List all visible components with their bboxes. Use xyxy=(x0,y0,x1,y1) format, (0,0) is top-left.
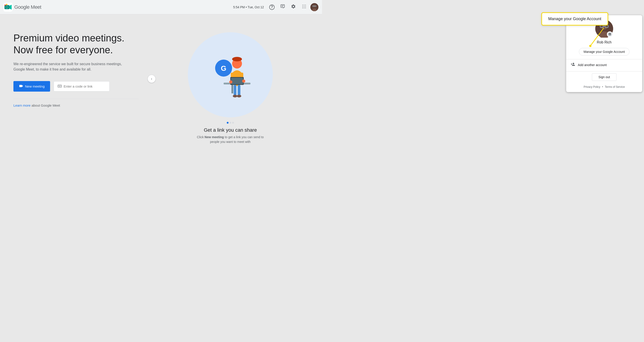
header: Google Meet 5:54 PM • Tue, Oct 12 ? xyxy=(0,0,322,14)
svg-point-51 xyxy=(242,80,245,83)
new-meeting-button[interactable]: New meeting xyxy=(14,81,50,92)
svg-rect-43 xyxy=(232,84,233,93)
header-time: 5:54 PM • Tue, Oct 12 xyxy=(233,5,264,9)
left-panel: Premium video meetings.Now free for ever… xyxy=(14,32,143,144)
subtext: We re-engineered the service we built fo… xyxy=(14,61,130,72)
svg-rect-8 xyxy=(281,5,285,8)
svg-point-15 xyxy=(302,6,303,7)
apps-icon xyxy=(302,4,306,10)
svg-point-17 xyxy=(305,6,306,7)
header-right: 5:54 PM • Tue, Oct 12 ? xyxy=(233,3,318,12)
svg-rect-33 xyxy=(59,86,60,86)
carousel-nav xyxy=(152,122,308,124)
code-input[interactable] xyxy=(64,84,104,88)
carousel-prev-button[interactable]: ‹ xyxy=(148,75,156,83)
meet-logo-icon xyxy=(4,3,12,12)
svg-point-14 xyxy=(305,5,306,5)
svg-point-18 xyxy=(302,8,303,8)
avatar xyxy=(310,3,318,11)
feedback-icon xyxy=(280,4,285,10)
slide-title: Get a link you can share xyxy=(192,127,268,133)
svg-point-20 xyxy=(305,8,306,8)
help-button[interactable]: ? xyxy=(268,3,276,12)
svg-point-13 xyxy=(304,5,304,5)
slide-caption: Get a link you can share Click New meeti… xyxy=(192,127,268,144)
svg-point-38 xyxy=(232,57,242,61)
apps-button[interactable] xyxy=(300,3,308,12)
new-meeting-label: New meeting xyxy=(25,84,45,88)
svg-point-12 xyxy=(302,5,303,5)
svg-rect-27 xyxy=(58,85,62,87)
svg-point-49 xyxy=(237,95,241,97)
arrow-left-icon: ‹ xyxy=(151,77,152,81)
svg-rect-45 xyxy=(231,78,243,84)
illustration-circle: G xyxy=(188,32,273,117)
svg-point-5 xyxy=(4,5,6,6)
right-panel: ‹ G xyxy=(152,32,308,144)
slide-desc: Click New meeting to get a link you can … xyxy=(192,135,268,144)
svg-rect-30 xyxy=(60,85,60,86)
code-input-wrapper[interactable] xyxy=(54,81,110,91)
person-illustration: G xyxy=(201,46,260,104)
settings-button[interactable] xyxy=(289,3,298,12)
svg-rect-34 xyxy=(60,86,61,86)
carousel-dot-3[interactable] xyxy=(232,122,234,124)
carousel-dot-2[interactable] xyxy=(230,122,231,124)
svg-point-6 xyxy=(6,4,8,5)
svg-point-3 xyxy=(6,7,8,8)
svg-point-50 xyxy=(229,80,232,84)
video-icon xyxy=(19,84,23,89)
svg-rect-32 xyxy=(58,86,59,86)
svg-marker-11 xyxy=(283,8,284,9)
svg-point-16 xyxy=(304,6,304,7)
help-icon: ? xyxy=(269,5,274,10)
keyboard-icon xyxy=(58,84,62,89)
carousel-dot-1[interactable] xyxy=(227,122,228,124)
main-content: Premium video meetings.Now free for ever… xyxy=(0,14,322,153)
action-row: New meeting xyxy=(14,81,143,92)
google-meet-logo: Google Meet xyxy=(4,3,41,12)
logo-text: Google Meet xyxy=(14,4,41,10)
svg-rect-31 xyxy=(60,85,61,86)
svg-text:G: G xyxy=(221,64,226,72)
svg-rect-28 xyxy=(58,85,59,86)
svg-rect-47 xyxy=(238,85,240,96)
learn-more-link[interactable]: Learn more xyxy=(14,103,31,107)
account-avatar-button[interactable] xyxy=(310,3,318,11)
feedback-button[interactable] xyxy=(278,3,287,12)
svg-point-19 xyxy=(304,8,304,8)
headline: Premium video meetings.Now free for ever… xyxy=(14,32,143,56)
svg-point-48 xyxy=(233,95,237,97)
settings-icon xyxy=(291,4,296,10)
svg-rect-29 xyxy=(59,85,60,86)
header-left: Google Meet xyxy=(4,3,41,12)
svg-rect-46 xyxy=(234,85,236,96)
learn-more-text: Learn more about Google Meet xyxy=(14,103,143,107)
